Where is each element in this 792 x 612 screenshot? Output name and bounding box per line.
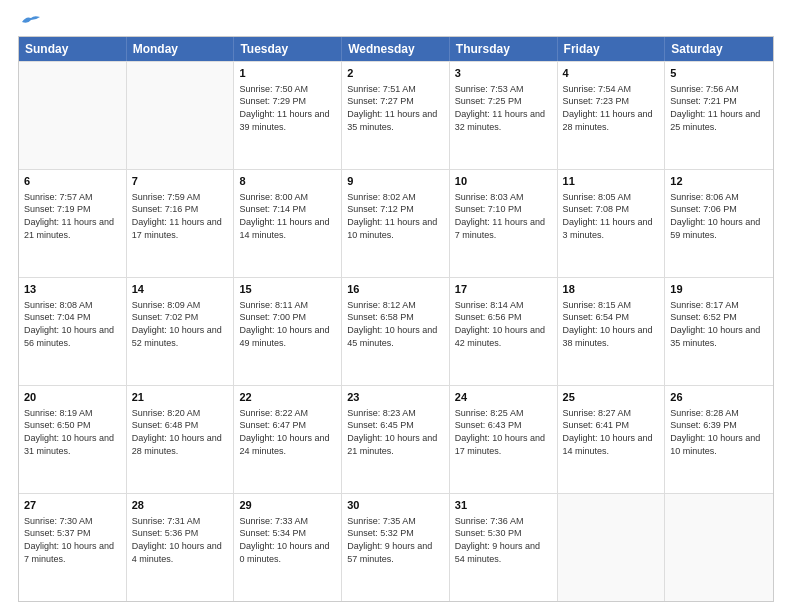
- cal-cell-6: 6Sunrise: 7:57 AM Sunset: 7:19 PM Daylig…: [19, 170, 127, 277]
- calendar-body: 1Sunrise: 7:50 AM Sunset: 7:29 PM Daylig…: [19, 61, 773, 601]
- cal-cell-31: 31Sunrise: 7:36 AM Sunset: 5:30 PM Dayli…: [450, 494, 558, 601]
- cal-cell-1: 1Sunrise: 7:50 AM Sunset: 7:29 PM Daylig…: [234, 62, 342, 169]
- cal-cell-27: 27Sunrise: 7:30 AM Sunset: 5:37 PM Dayli…: [19, 494, 127, 601]
- cell-info: Sunrise: 7:56 AM Sunset: 7:21 PM Dayligh…: [670, 83, 768, 133]
- cal-cell-18: 18Sunrise: 8:15 AM Sunset: 6:54 PM Dayli…: [558, 278, 666, 385]
- bird-icon: [20, 14, 42, 30]
- cal-cell-12: 12Sunrise: 8:06 AM Sunset: 7:06 PM Dayli…: [665, 170, 773, 277]
- day-number: 17: [455, 282, 552, 297]
- cell-info: Sunrise: 8:19 AM Sunset: 6:50 PM Dayligh…: [24, 407, 121, 457]
- cell-info: Sunrise: 8:27 AM Sunset: 6:41 PM Dayligh…: [563, 407, 660, 457]
- cell-info: Sunrise: 8:20 AM Sunset: 6:48 PM Dayligh…: [132, 407, 229, 457]
- cell-info: Sunrise: 8:15 AM Sunset: 6:54 PM Dayligh…: [563, 299, 660, 349]
- cell-info: Sunrise: 8:00 AM Sunset: 7:14 PM Dayligh…: [239, 191, 336, 241]
- cell-info: Sunrise: 8:03 AM Sunset: 7:10 PM Dayligh…: [455, 191, 552, 241]
- cal-cell-5: 5Sunrise: 7:56 AM Sunset: 7:21 PM Daylig…: [665, 62, 773, 169]
- cell-info: Sunrise: 8:02 AM Sunset: 7:12 PM Dayligh…: [347, 191, 444, 241]
- cal-cell-4: 4Sunrise: 7:54 AM Sunset: 7:23 PM Daylig…: [558, 62, 666, 169]
- cell-info: Sunrise: 8:14 AM Sunset: 6:56 PM Dayligh…: [455, 299, 552, 349]
- header-day-friday: Friday: [558, 37, 666, 61]
- day-number: 9: [347, 174, 444, 189]
- day-number: 16: [347, 282, 444, 297]
- cell-info: Sunrise: 8:06 AM Sunset: 7:06 PM Dayligh…: [670, 191, 768, 241]
- cell-info: Sunrise: 7:31 AM Sunset: 5:36 PM Dayligh…: [132, 515, 229, 565]
- day-number: 15: [239, 282, 336, 297]
- cell-info: Sunrise: 8:22 AM Sunset: 6:47 PM Dayligh…: [239, 407, 336, 457]
- cell-info: Sunrise: 8:25 AM Sunset: 6:43 PM Dayligh…: [455, 407, 552, 457]
- calendar: SundayMondayTuesdayWednesdayThursdayFrid…: [18, 36, 774, 602]
- header-day-saturday: Saturday: [665, 37, 773, 61]
- day-number: 30: [347, 498, 444, 513]
- header-day-thursday: Thursday: [450, 37, 558, 61]
- cell-info: Sunrise: 8:08 AM Sunset: 7:04 PM Dayligh…: [24, 299, 121, 349]
- page: SundayMondayTuesdayWednesdayThursdayFrid…: [0, 0, 792, 612]
- day-number: 25: [563, 390, 660, 405]
- cell-info: Sunrise: 7:59 AM Sunset: 7:16 PM Dayligh…: [132, 191, 229, 241]
- cell-info: Sunrise: 7:53 AM Sunset: 7:25 PM Dayligh…: [455, 83, 552, 133]
- day-number: 20: [24, 390, 121, 405]
- cal-cell-16: 16Sunrise: 8:12 AM Sunset: 6:58 PM Dayli…: [342, 278, 450, 385]
- cal-cell-21: 21Sunrise: 8:20 AM Sunset: 6:48 PM Dayli…: [127, 386, 235, 493]
- header-day-tuesday: Tuesday: [234, 37, 342, 61]
- header-day-monday: Monday: [127, 37, 235, 61]
- cal-cell-28: 28Sunrise: 7:31 AM Sunset: 5:36 PM Dayli…: [127, 494, 235, 601]
- cell-info: Sunrise: 7:30 AM Sunset: 5:37 PM Dayligh…: [24, 515, 121, 565]
- day-number: 13: [24, 282, 121, 297]
- cell-info: Sunrise: 8:17 AM Sunset: 6:52 PM Dayligh…: [670, 299, 768, 349]
- week-row-4: 20Sunrise: 8:19 AM Sunset: 6:50 PM Dayli…: [19, 385, 773, 493]
- day-number: 4: [563, 66, 660, 81]
- day-number: 22: [239, 390, 336, 405]
- cell-info: Sunrise: 8:28 AM Sunset: 6:39 PM Dayligh…: [670, 407, 768, 457]
- day-number: 10: [455, 174, 552, 189]
- cell-info: Sunrise: 7:36 AM Sunset: 5:30 PM Dayligh…: [455, 515, 552, 565]
- cell-info: Sunrise: 7:35 AM Sunset: 5:32 PM Dayligh…: [347, 515, 444, 565]
- logo: [18, 18, 42, 26]
- day-number: 21: [132, 390, 229, 405]
- cal-cell-empty: [665, 494, 773, 601]
- cell-info: Sunrise: 7:57 AM Sunset: 7:19 PM Dayligh…: [24, 191, 121, 241]
- day-number: 26: [670, 390, 768, 405]
- cal-cell-23: 23Sunrise: 8:23 AM Sunset: 6:45 PM Dayli…: [342, 386, 450, 493]
- cell-info: Sunrise: 7:51 AM Sunset: 7:27 PM Dayligh…: [347, 83, 444, 133]
- cal-cell-2: 2Sunrise: 7:51 AM Sunset: 7:27 PM Daylig…: [342, 62, 450, 169]
- day-number: 23: [347, 390, 444, 405]
- day-number: 5: [670, 66, 768, 81]
- day-number: 19: [670, 282, 768, 297]
- day-number: 2: [347, 66, 444, 81]
- cal-cell-13: 13Sunrise: 8:08 AM Sunset: 7:04 PM Dayli…: [19, 278, 127, 385]
- day-number: 18: [563, 282, 660, 297]
- cell-info: Sunrise: 8:09 AM Sunset: 7:02 PM Dayligh…: [132, 299, 229, 349]
- day-number: 6: [24, 174, 121, 189]
- day-number: 27: [24, 498, 121, 513]
- week-row-1: 1Sunrise: 7:50 AM Sunset: 7:29 PM Daylig…: [19, 61, 773, 169]
- day-number: 11: [563, 174, 660, 189]
- day-number: 7: [132, 174, 229, 189]
- cal-cell-14: 14Sunrise: 8:09 AM Sunset: 7:02 PM Dayli…: [127, 278, 235, 385]
- cal-cell-empty: [19, 62, 127, 169]
- cal-cell-empty: [127, 62, 235, 169]
- day-number: 24: [455, 390, 552, 405]
- cell-info: Sunrise: 8:23 AM Sunset: 6:45 PM Dayligh…: [347, 407, 444, 457]
- cal-cell-19: 19Sunrise: 8:17 AM Sunset: 6:52 PM Dayli…: [665, 278, 773, 385]
- day-number: 12: [670, 174, 768, 189]
- week-row-3: 13Sunrise: 8:08 AM Sunset: 7:04 PM Dayli…: [19, 277, 773, 385]
- cell-info: Sunrise: 7:33 AM Sunset: 5:34 PM Dayligh…: [239, 515, 336, 565]
- week-row-5: 27Sunrise: 7:30 AM Sunset: 5:37 PM Dayli…: [19, 493, 773, 601]
- cal-cell-7: 7Sunrise: 7:59 AM Sunset: 7:16 PM Daylig…: [127, 170, 235, 277]
- day-number: 28: [132, 498, 229, 513]
- calendar-header: SundayMondayTuesdayWednesdayThursdayFrid…: [19, 37, 773, 61]
- cell-info: Sunrise: 8:11 AM Sunset: 7:00 PM Dayligh…: [239, 299, 336, 349]
- day-number: 31: [455, 498, 552, 513]
- header-day-wednesday: Wednesday: [342, 37, 450, 61]
- cal-cell-17: 17Sunrise: 8:14 AM Sunset: 6:56 PM Dayli…: [450, 278, 558, 385]
- cal-cell-15: 15Sunrise: 8:11 AM Sunset: 7:00 PM Dayli…: [234, 278, 342, 385]
- header: [18, 18, 774, 26]
- day-number: 1: [239, 66, 336, 81]
- cal-cell-24: 24Sunrise: 8:25 AM Sunset: 6:43 PM Dayli…: [450, 386, 558, 493]
- header-day-sunday: Sunday: [19, 37, 127, 61]
- cal-cell-11: 11Sunrise: 8:05 AM Sunset: 7:08 PM Dayli…: [558, 170, 666, 277]
- cell-info: Sunrise: 8:05 AM Sunset: 7:08 PM Dayligh…: [563, 191, 660, 241]
- day-number: 29: [239, 498, 336, 513]
- cal-cell-20: 20Sunrise: 8:19 AM Sunset: 6:50 PM Dayli…: [19, 386, 127, 493]
- cal-cell-10: 10Sunrise: 8:03 AM Sunset: 7:10 PM Dayli…: [450, 170, 558, 277]
